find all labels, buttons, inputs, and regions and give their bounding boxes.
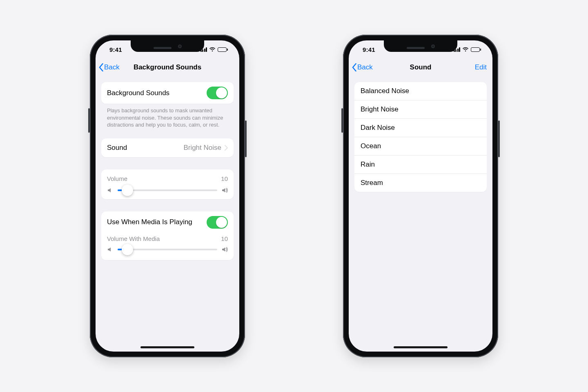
sound-option[interactable]: Stream	[354, 174, 487, 192]
edit-button[interactable]: Edit	[475, 58, 487, 76]
use-with-media-row[interactable]: Use When Media Is Playing	[101, 212, 234, 234]
nav-title: Background Sounds	[134, 63, 201, 71]
home-indicator[interactable]	[394, 346, 448, 348]
sound-option[interactable]: Rain	[354, 155, 487, 174]
chevron-left-icon	[99, 63, 104, 71]
phone-right-screen: 9:41 Back Sound Edit Balanced NoiseBrigh…	[349, 40, 492, 352]
background-sounds-row[interactable]: Background Sounds	[101, 82, 234, 104]
media-volume-slider[interactable]	[118, 249, 217, 250]
sound-option[interactable]: Ocean	[354, 137, 487, 155]
nav-title: Sound	[410, 63, 432, 71]
nav-bar: Back Background Sounds	[96, 58, 239, 76]
background-sounds-footnote: Plays background sounds to mask unwanted…	[101, 104, 234, 129]
chevron-left-icon	[352, 63, 357, 71]
status-indicators	[454, 47, 484, 52]
sound-row[interactable]: Sound Bright Noise	[101, 138, 234, 157]
back-button[interactable]: Back	[99, 58, 120, 76]
sound-option[interactable]: Balanced Noise	[354, 82, 487, 100]
notch	[131, 40, 204, 52]
wifi-icon	[209, 47, 216, 52]
volume-label: Volume	[107, 175, 127, 182]
edit-label: Edit	[475, 63, 487, 71]
media-volume-value: 10	[221, 235, 228, 242]
media-volume-label: Volume With Media	[107, 235, 160, 242]
back-label: Back	[104, 63, 120, 71]
sound-option[interactable]: Dark Noise	[354, 118, 487, 137]
volume-card: Volume 10	[101, 169, 234, 199]
phone-left-screen: 9:41 Back Background Sounds Background S…	[96, 40, 239, 352]
battery-icon	[218, 47, 228, 52]
use-with-media-toggle[interactable]	[207, 216, 228, 229]
speaker-high-icon	[221, 187, 228, 194]
sound-list: Balanced NoiseBright NoiseDark NoiseOcea…	[354, 82, 487, 192]
phone-right: 9:41 Back Sound Edit Balanced NoiseBrigh…	[343, 35, 498, 357]
back-label: Back	[357, 63, 373, 71]
back-button[interactable]: Back	[352, 58, 373, 76]
notch	[384, 40, 457, 52]
battery-icon	[471, 47, 481, 52]
speaker-low-icon	[107, 246, 114, 253]
sound-value: Bright Noise	[183, 144, 221, 152]
chevron-right-icon	[225, 145, 228, 151]
speaker-low-icon	[107, 187, 114, 194]
background-sounds-toggle[interactable]	[207, 87, 228, 99]
wifi-icon	[462, 47, 469, 52]
speaker-high-icon	[221, 246, 228, 253]
phone-left: 9:41 Back Background Sounds Background S…	[90, 35, 245, 357]
nav-bar: Back Sound Edit	[349, 58, 492, 76]
sound-label: Sound	[107, 144, 127, 152]
status-time: 9:41	[358, 46, 375, 53]
status-time: 9:41	[105, 46, 122, 53]
sound-option[interactable]: Bright Noise	[354, 100, 487, 118]
volume-slider[interactable]	[118, 189, 217, 191]
background-sounds-label: Background Sounds	[107, 89, 169, 97]
home-indicator[interactable]	[140, 346, 194, 348]
use-with-media-label: Use When Media Is Playing	[107, 218, 192, 226]
status-indicators	[200, 47, 231, 52]
volume-value: 10	[221, 175, 228, 182]
